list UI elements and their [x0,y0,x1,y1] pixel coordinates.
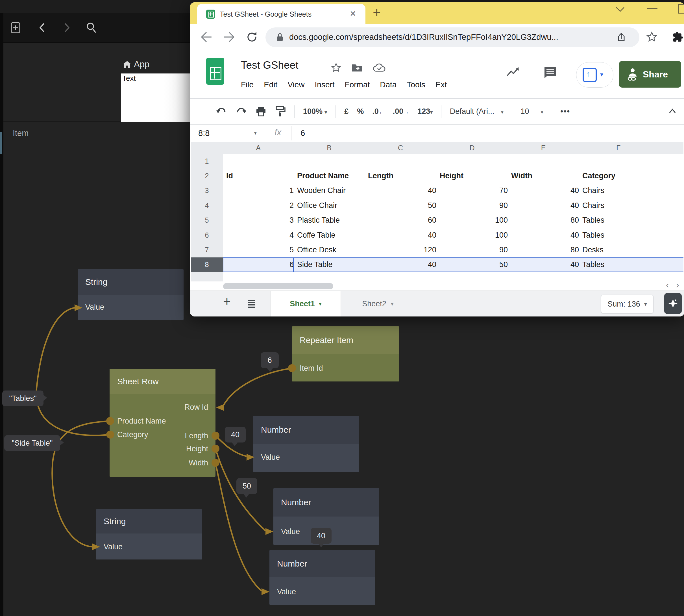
cell-D7[interactable]: 90 [436,242,511,258]
cell-F3[interactable]: Chairs [579,183,662,198]
name-box-caret[interactable]: ▾ [254,130,257,136]
scroll-left-icon[interactable]: ‹ [666,280,669,290]
cell-G1[interactable] [658,154,683,169]
cell-A6[interactable]: 4 [223,228,297,243]
cell-B7[interactable]: Office Desk [294,242,368,258]
cell-B8[interactable]: Side Table [294,258,368,272]
chevron-down-icon[interactable] [614,5,626,14]
collapse-toolbar-icon[interactable] [668,107,677,114]
text-node-preview[interactable]: Text [121,73,199,122]
cell-E7[interactable]: 80 [508,242,583,258]
grid-corner[interactable] [191,142,223,154]
port-width-output[interactable]: Width [189,458,208,468]
port-rowid-input[interactable]: Row Id [184,402,208,413]
column-header-A[interactable]: A [223,142,294,154]
port-value-input[interactable]: Value [85,302,104,312]
maximize-icon[interactable] [678,4,684,14]
menu-tools[interactable]: Tools [407,80,425,89]
bookmark-star-icon[interactable] [645,31,658,43]
row-header-5[interactable]: 5 [191,213,223,228]
menu-insert[interactable]: Insert [315,80,335,89]
redo-icon[interactable] [235,107,247,117]
url-bar[interactable]: docs.google.com/spreadsheets/d/1D3IRuxIl… [266,27,639,47]
explore-button[interactable] [664,293,682,314]
hscroll-thumb[interactable] [223,283,333,289]
format-percent-button[interactable]: % [357,107,364,116]
move-folder-icon[interactable] [351,63,363,73]
cell-A1[interactable] [223,154,297,169]
row-header-9[interactable] [191,272,223,282]
cell-A9[interactable] [223,272,297,282]
port-value-input[interactable]: Value [277,586,296,597]
row-header-8[interactable]: 8 [191,258,223,272]
cell-D2[interactable]: Height [436,169,511,183]
column-header-C[interactable]: C [365,142,437,154]
cell-B6[interactable]: Coffe Table [294,228,368,243]
formula-input[interactable]: 6 [300,129,305,138]
all-sheets-icon[interactable] [247,299,256,308]
paint-format-icon[interactable] [275,106,286,117]
cell-G5[interactable] [658,213,683,228]
cell-F5[interactable]: Tables [579,213,662,228]
zoom-select[interactable]: 100% ▾ [303,107,327,116]
row-header-1[interactable]: 1 [191,154,223,169]
forward-icon[interactable] [61,22,72,34]
menu-data[interactable]: Data [380,80,396,89]
port-productname-output[interactable]: Product Name [117,416,166,426]
cell-E6[interactable]: 40 [508,228,583,243]
add-frame-icon[interactable] [9,21,22,34]
cell-D8[interactable]: 50 [436,258,511,272]
browser-tab[interactable]: Test GSheet - Google Sheets ✕ [197,4,365,24]
menu-format[interactable]: Format [345,80,370,89]
cell-E5[interactable]: 80 [508,213,583,228]
name-box[interactable]: 8:8 [198,129,209,138]
cell-F8[interactable]: Tables [579,258,662,272]
cell-A8[interactable]: 6 [223,258,297,272]
cell-B5[interactable]: Plastic Table [294,213,368,228]
format-currency-button[interactable]: £ [344,107,348,116]
cell-F9[interactable] [579,272,662,282]
cell-G3[interactable] [658,183,683,198]
cell-C2[interactable]: Length [365,169,440,183]
back-icon[interactable] [37,22,48,34]
number-format-button[interactable]: 123▾ [417,107,433,116]
column-header-D[interactable]: D [436,142,508,154]
menu-ext[interactable]: Ext [435,80,447,89]
port-value-input[interactable]: Value [281,526,300,537]
row-header-7[interactable]: 7 [191,242,223,258]
nav-reload-icon[interactable] [246,31,258,43]
cell-E1[interactable] [508,154,583,169]
cell-B9[interactable] [294,272,368,282]
cell-F7[interactable]: Desks [579,242,662,258]
cell-C3[interactable]: 40 [365,183,440,198]
sum-badge[interactable]: Sum: 136 ▾ [601,295,654,313]
star-doc-icon[interactable] [330,62,342,73]
cell-D6[interactable]: 100 [436,228,511,243]
port-height-output[interactable]: Height [186,443,208,454]
column-header-g[interactable] [658,142,683,154]
cell-B1[interactable] [294,154,368,169]
font-select[interactable]: Default (Ari... ▾ [450,107,504,116]
cell-C1[interactable] [365,154,440,169]
cell-F1[interactable] [579,154,662,169]
stats-trend-icon[interactable] [505,66,520,79]
increase-decimals-button[interactable]: .00→ [393,107,409,116]
menu-view[interactable]: View [288,80,304,89]
cell-C5[interactable]: 60 [365,213,440,228]
doc-title[interactable]: Test GSheet [241,59,298,71]
spreadsheet-grid[interactable]: ABCDEF12IdProduct NameLengthHeightWidthC… [191,142,683,282]
sheets-logo[interactable] [206,58,224,85]
undo-icon[interactable] [216,107,227,117]
port-value-input[interactable]: Value [261,452,280,463]
port-length-output[interactable]: Length [185,430,208,441]
node-repeater-item[interactable]: Repeater Item Item Id [292,326,399,381]
item-list-entry[interactable]: Item [13,129,28,138]
cell-A7[interactable]: 5 [223,242,297,258]
extension-puzzle-icon[interactable] [671,31,684,43]
cell-A2[interactable]: Id [223,169,297,183]
app-root-label[interactable]: App [134,59,150,69]
cell-C4[interactable]: 50 [365,198,440,213]
cell-F6[interactable]: Tables [579,228,662,243]
new-tab-icon[interactable]: + [373,4,381,20]
cell-G7[interactable] [658,242,683,258]
